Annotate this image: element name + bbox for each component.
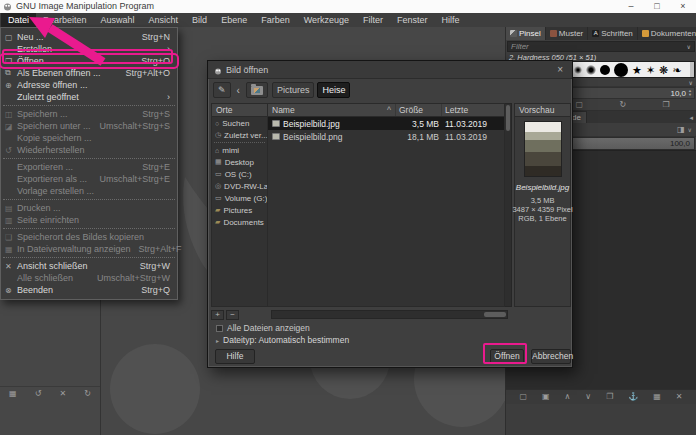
spinner-icon[interactable]: ▲▼: [688, 89, 692, 97]
menu-item-in-dateiverwaltung-anzeigen[interactable]: ▦In Dateiverwaltung anzeigenStrg+Alt+F: [1, 243, 177, 255]
menu-hilfe[interactable]: Hilfe: [435, 13, 467, 27]
refresh-brushes-icon[interactable]: ↻: [619, 100, 626, 110]
close-button[interactable]: ×: [670, 0, 696, 13]
place-label: DVD-RW-La...: [224, 182, 267, 191]
place-documents[interactable]: ▰Documents: [212, 216, 267, 228]
open-brush-as-image-icon[interactable]: ❒: [663, 100, 670, 110]
layer-mode-switch-icon[interactable]: ◨: [677, 125, 685, 135]
back-icon[interactable]: ‹: [235, 85, 242, 96]
dock-menu-icon[interactable]: ◂: [686, 111, 696, 123]
brush-filter-input[interactable]: Filter ∨: [507, 41, 695, 52]
tab-dokumentenindex[interactable]: Dokumentenindex: [638, 27, 696, 40]
place-zuletzt-ver-[interactable]: ◷Zuletzt ver...: [212, 129, 267, 141]
delete-layer-icon[interactable]: ✕: [676, 392, 683, 402]
breadcrumb-pictures[interactable]: Pictures: [272, 82, 315, 98]
place-desktop[interactable]: ▦Desktop: [212, 156, 267, 168]
help-button[interactable]: Hilfe: [215, 349, 255, 364]
place-pictures[interactable]: ▰Pictures: [212, 204, 267, 216]
new-layer-icon[interactable]: ▢: [519, 392, 527, 402]
scrollbar-thumb[interactable]: [484, 312, 506, 317]
place-os-c-[interactable]: ▭OS (C:): [212, 168, 267, 180]
new-layer-group-icon[interactable]: ▣: [542, 392, 550, 402]
menu-ansicht[interactable]: Ansicht: [142, 13, 186, 27]
show-all-files-checkbox[interactable]: [216, 325, 223, 332]
anchor-layer-icon[interactable]: ⚓: [628, 392, 638, 402]
file-row[interactable]: Beispielbild.png18,1 MB11.03.2019: [268, 130, 504, 143]
brush-splatter[interactable]: ❋: [659, 63, 668, 77]
save-tool-preset-icon[interactable]: ▦: [9, 389, 17, 399]
restore-tool-preset-icon[interactable]: ↺: [35, 389, 42, 399]
menu-ebene[interactable]: Ebene: [214, 13, 254, 27]
merge-layer-icon[interactable]: ▦: [653, 392, 661, 402]
brush-strip-scrollbar[interactable]: [690, 62, 694, 77]
minimize-button[interactable]: –: [618, 0, 644, 13]
dialog-close-icon[interactable]: ×: [554, 64, 566, 75]
menu-bearbeiten[interactable]: Bearbeiten: [36, 13, 94, 27]
home-folder-button[interactable]: [246, 82, 268, 98]
menu-item-seite-einrichten[interactable]: ▥Seite einrichten: [1, 214, 177, 226]
duplicate-layer-icon[interactable]: ❐: [606, 392, 613, 402]
place-mimi[interactable]: ⌂mimi: [212, 144, 267, 156]
new-brush-icon[interactable]: ▢: [575, 100, 583, 110]
brush-star[interactable]: ★: [632, 63, 642, 77]
tab-schriften[interactable]: ASchriften: [588, 27, 638, 40]
menu-item-vorlage-erstellen[interactable]: Vorlage erstellen ...: [1, 185, 177, 197]
menu-item-ansicht-schließen[interactable]: ✕Ansicht schließenStrg+W: [1, 260, 177, 272]
brush-soft-dot-large[interactable]: [586, 65, 596, 75]
file-row[interactable]: Beispielbild.jpg3,5 MB11.03.2019: [268, 117, 504, 130]
maximize-button[interactable]: □: [644, 0, 670, 13]
remove-bookmark-button[interactable]: −: [226, 310, 239, 320]
delete-tool-preset-icon[interactable]: ✕: [59, 389, 66, 399]
place-dvd-rw-la-[interactable]: ◎DVD-RW-La...: [212, 180, 267, 192]
menu-datei[interactable]: Datei: [1, 13, 36, 27]
menu-item-speichern[interactable]: ◫Speichern ...Strg+S: [1, 108, 177, 120]
chevron-down-icon[interactable]: ∨: [688, 126, 692, 133]
add-bookmark-button[interactable]: +: [211, 310, 224, 320]
menu-item-exportieren[interactable]: Exportieren ...Strg+E: [1, 161, 177, 173]
place-suchen[interactable]: ○Suchen: [212, 117, 267, 129]
menu-item-alle-schließen[interactable]: Alle schließenUmschalt+Strg+W: [1, 272, 177, 284]
menu-item-speichern-unter[interactable]: ◪Speichern unter ...Umschalt+Strg+S: [1, 120, 177, 132]
menu-item-erstellen[interactable]: Erstellen›: [1, 43, 177, 55]
menu-item-adresse-öffnen[interactable]: ⊕Adresse öffnen ...: [1, 79, 177, 91]
reset-tool-options-icon[interactable]: ↻: [84, 389, 91, 399]
menu-item-zuletzt-geöffnet[interactable]: Zuletzt geöffnet›: [1, 91, 177, 103]
menu-item-neu[interactable]: ▢Neu ...Strg+N: [1, 31, 177, 43]
menu-item-speicherort-des-bildes-kopieren[interactable]: ❏Speicherort des Bildes kopieren: [1, 231, 177, 243]
filetype-expander[interactable]: ▸ Dateityp: Automatisch bestimmen: [216, 335, 349, 345]
tab-pinsel[interactable]: Pinsel: [506, 27, 546, 40]
edit-location-button[interactable]: ✎: [213, 82, 231, 98]
menu-item-drucken[interactable]: ▤Drucken ...: [1, 202, 177, 214]
dialog-titlebar[interactable]: Bild öffnen ×: [208, 61, 572, 79]
menu-item-öffnen[interactable]: ❒Öffnen ...Strg+O: [1, 55, 177, 67]
brush-feather[interactable]: ❧: [672, 63, 681, 77]
menu-farben[interactable]: Farben: [254, 13, 297, 27]
lower-layer-icon[interactable]: ∨: [585, 392, 591, 402]
place-volume-g-[interactable]: ▭Volume (G:): [212, 192, 267, 204]
menu-werkzeuge[interactable]: Werkzeuge: [297, 13, 356, 27]
open-button[interactable]: Öffnen: [490, 349, 524, 364]
brush-circle-large[interactable]: [614, 63, 628, 77]
menu-fenster[interactable]: Fenster: [390, 13, 435, 27]
tab-muster[interactable]: Muster: [546, 27, 588, 40]
column-size[interactable]: Größe: [396, 104, 442, 116]
brush-soft-dot[interactable]: [574, 66, 582, 74]
menu-item-als-ebenen-öffnen[interactable]: ⧉Als Ebenen öffnen ...Strg+Alt+O: [1, 67, 177, 79]
file-list-scrollbar[interactable]: [505, 103, 512, 307]
brush-pepper[interactable]: ✶: [646, 63, 655, 77]
brush-circle-medium[interactable]: [600, 65, 610, 75]
breadcrumb-heise[interactable]: Heise: [317, 82, 350, 98]
raise-layer-icon[interactable]: ∧: [565, 392, 571, 402]
column-name[interactable]: Name^: [268, 104, 396, 116]
cancel-button[interactable]: Abbrechen: [531, 349, 571, 364]
menu-filter[interactable]: Filter: [356, 13, 390, 27]
menu-auswahl[interactable]: Auswahl: [94, 13, 142, 27]
scrollbar-thumb[interactable]: [506, 105, 510, 131]
menu-item-beenden[interactable]: ⊗BeendenStrg+Q: [1, 284, 177, 296]
menu-item-wiederherstellen[interactable]: ↺Wiederherstellen: [1, 144, 177, 156]
file-list-hscrollbar[interactable]: [271, 310, 508, 319]
menu-item-kopie-speichern[interactable]: Kopie speichern ...: [1, 132, 177, 144]
column-modified[interactable]: Letzte Änderung: [442, 104, 504, 116]
menu-bild[interactable]: Bild: [185, 13, 214, 27]
menu-item-exportieren-als[interactable]: Exportieren als ...Umschalt+Strg+E: [1, 173, 177, 185]
